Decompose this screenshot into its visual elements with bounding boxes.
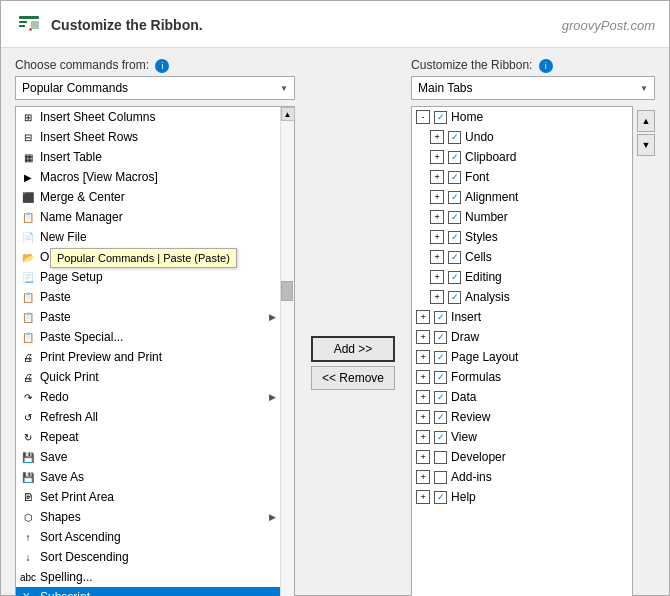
ribbon-item-checkbox[interactable] xyxy=(434,471,447,484)
remove-button[interactable]: << Remove xyxy=(311,366,395,390)
right-list-item[interactable]: +✓Cells xyxy=(412,247,632,267)
expand-icon[interactable]: + xyxy=(416,490,430,504)
right-list-item[interactable]: +✓Insert xyxy=(412,307,632,327)
expand-icon[interactable]: + xyxy=(416,330,430,344)
ribbon-item-checkbox[interactable]: ✓ xyxy=(434,391,447,404)
ribbon-item-checkbox[interactable]: ✓ xyxy=(448,191,461,204)
expand-icon[interactable]: + xyxy=(430,190,444,204)
right-list-item[interactable]: +✓Review xyxy=(412,407,632,427)
right-list-item[interactable]: +✓Alignment xyxy=(412,187,632,207)
right-list-item[interactable]: +✓Styles xyxy=(412,227,632,247)
ribbon-item-checkbox[interactable]: ✓ xyxy=(434,431,447,444)
left-list-item[interactable]: ↺Refresh All xyxy=(16,407,280,427)
expand-icon[interactable]: + xyxy=(416,350,430,364)
left-list-item[interactable]: ↑Sort Ascending xyxy=(16,527,280,547)
left-list-item[interactable]: ↻Repeat xyxy=(16,427,280,447)
ribbon-item-checkbox[interactable]: ✓ xyxy=(448,211,461,224)
ribbon-item-checkbox[interactable]: ✓ xyxy=(434,331,447,344)
ribbon-item-label: Font xyxy=(465,170,489,184)
left-list-item[interactable]: ▶Macros [View Macros] xyxy=(16,167,280,187)
left-list-item[interactable]: ↷Redo▶ xyxy=(16,387,280,407)
left-scrollbar[interactable]: ▲ ▼ xyxy=(280,107,294,596)
right-list-item[interactable]: +✓Help xyxy=(412,487,632,507)
right-list-item[interactable]: +✓Analysis xyxy=(412,287,632,307)
expand-icon[interactable]: + xyxy=(416,410,430,424)
left-list-item[interactable]: ⊞Insert Sheet Columns xyxy=(16,107,280,127)
expand-icon[interactable]: + xyxy=(416,470,430,484)
right-list-item[interactable]: +✓View xyxy=(412,427,632,447)
expand-icon[interactable]: + xyxy=(416,370,430,384)
right-list-item[interactable]: +Add-ins xyxy=(412,467,632,487)
right-list-item[interactable]: +✓Draw xyxy=(412,327,632,347)
ribbon-item-checkbox[interactable]: ✓ xyxy=(434,311,447,324)
right-list-item[interactable]: +✓Undo xyxy=(412,127,632,147)
ribbon-item-checkbox[interactable]: ✓ xyxy=(434,411,447,424)
add-button[interactable]: Add >> xyxy=(311,336,395,362)
left-list-item[interactable]: 📋Paste Special... xyxy=(16,327,280,347)
ribbon-item-checkbox[interactable] xyxy=(434,451,447,464)
expand-icon[interactable]: + xyxy=(416,310,430,324)
expand-icon[interactable]: + xyxy=(430,150,444,164)
right-list-item[interactable]: +✓Data xyxy=(412,387,632,407)
left-list-item[interactable]: ⬡Shapes▶ xyxy=(16,507,280,527)
left-list-item[interactable]: ↓Sort Descending xyxy=(16,547,280,567)
left-list-item[interactable]: 📋Name Manager xyxy=(16,207,280,227)
right-list-item[interactable]: +✓Font xyxy=(412,167,632,187)
right-list-item[interactable]: +✓Page Layout xyxy=(412,347,632,367)
left-list-item[interactable]: 📋Paste▶ xyxy=(16,307,280,327)
ribbon-item-checkbox[interactable]: ✓ xyxy=(434,351,447,364)
left-list-item[interactable]: 💾Save As xyxy=(16,467,280,487)
ribbon-item-label: Cells xyxy=(465,250,492,264)
left-list-item[interactable]: ⬛Merge & Center xyxy=(16,187,280,207)
expand-icon[interactable]: + xyxy=(416,450,430,464)
ribbon-item-checkbox[interactable]: ✓ xyxy=(448,171,461,184)
right-list-item[interactable]: -✓Home xyxy=(412,107,632,127)
right-list-item[interactable]: +✓Formulas xyxy=(412,367,632,387)
left-list-item[interactable]: 📋Paste xyxy=(16,287,280,307)
right-scroll-down-btn[interactable]: ▼ xyxy=(637,134,655,156)
expand-icon[interactable]: + xyxy=(430,130,444,144)
expand-icon[interactable]: + xyxy=(430,170,444,184)
left-panel: Choose commands from: i Popular Commands… xyxy=(15,58,295,596)
expand-icon[interactable]: + xyxy=(430,270,444,284)
right-dropdown[interactable]: Main Tabs ▼ xyxy=(411,76,655,100)
ribbon-item-checkbox[interactable]: ✓ xyxy=(434,491,447,504)
left-info-icon[interactable]: i xyxy=(155,59,169,73)
svg-rect-0 xyxy=(19,16,39,19)
left-list-item[interactable]: 🖹Set Print Area xyxy=(16,487,280,507)
ribbon-item-checkbox[interactable]: ✓ xyxy=(448,131,461,144)
ribbon-item-checkbox[interactable]: ✓ xyxy=(448,231,461,244)
ribbon-item-checkbox[interactable]: ✓ xyxy=(434,371,447,384)
ribbon-item-checkbox[interactable]: ✓ xyxy=(434,111,447,124)
right-info-icon[interactable]: i xyxy=(539,59,553,73)
expand-icon[interactable]: + xyxy=(430,230,444,244)
left-list-item[interactable]: X₂Subscript xyxy=(16,587,280,596)
left-list-item[interactable]: 🖨Quick Print xyxy=(16,367,280,387)
right-list-item[interactable]: +✓Editing xyxy=(412,267,632,287)
right-list-item[interactable]: +✓Number xyxy=(412,207,632,227)
ribbon-item-checkbox[interactable]: ✓ xyxy=(448,291,461,304)
left-list-item[interactable]: 💾Save xyxy=(16,447,280,467)
left-list-item[interactable]: ⊟Insert Sheet Rows xyxy=(16,127,280,147)
right-scroll-up-btn[interactable]: ▲ xyxy=(637,110,655,132)
left-list-item[interactable]: 📃Page Setup xyxy=(16,267,280,287)
expand-icon[interactable]: + xyxy=(416,390,430,404)
expand-icon[interactable]: + xyxy=(416,430,430,444)
left-list-item[interactable]: abcSpelling... xyxy=(16,567,280,587)
expand-icon[interactable]: - xyxy=(416,110,430,124)
left-command-list[interactable]: ⊞Insert Sheet Columns⊟Insert Sheet Rows▦… xyxy=(16,107,280,596)
left-dropdown[interactable]: Popular Commands ▼ xyxy=(15,76,295,100)
ribbon-item-checkbox[interactable]: ✓ xyxy=(448,251,461,264)
left-list-item[interactable]: 📄New File xyxy=(16,227,280,247)
ribbon-item-checkbox[interactable]: ✓ xyxy=(448,151,461,164)
right-list-item[interactable]: +✓Clipboard xyxy=(412,147,632,167)
expand-icon[interactable]: + xyxy=(430,250,444,264)
expand-icon[interactable]: + xyxy=(430,210,444,224)
expand-icon[interactable]: + xyxy=(430,290,444,304)
right-list-item[interactable]: +Developer xyxy=(412,447,632,467)
right-ribbon-list[interactable]: -✓Home+✓Undo+✓Clipboard+✓Font+✓Alignment… xyxy=(411,106,633,596)
ribbon-item-checkbox[interactable]: ✓ xyxy=(448,271,461,284)
left-scroll-up-btn[interactable]: ▲ xyxy=(281,107,295,121)
left-list-item[interactable]: ▦Insert Table xyxy=(16,147,280,167)
left-list-item[interactable]: 🖨Print Preview and Print xyxy=(16,347,280,367)
